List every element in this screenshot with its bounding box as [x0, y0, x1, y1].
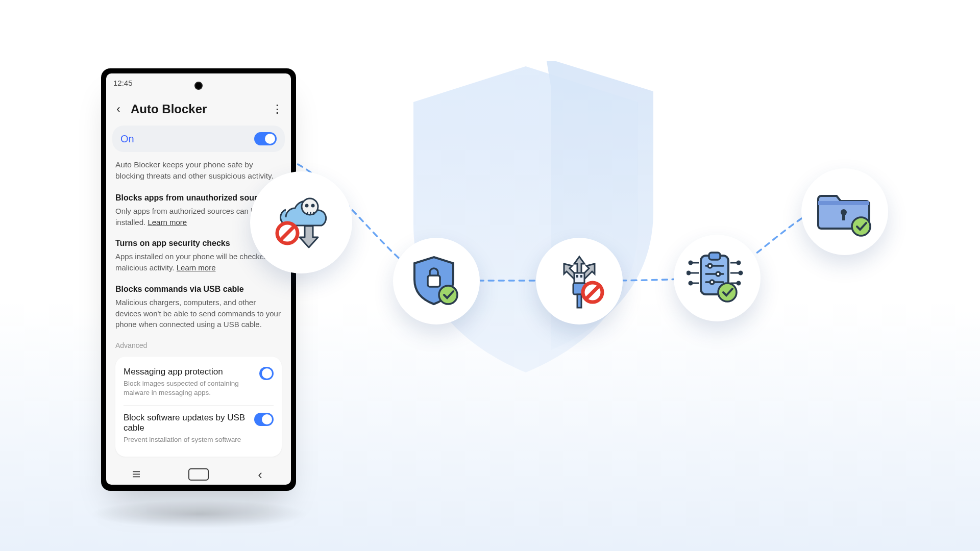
page-title: Auto Blocker — [131, 102, 264, 116]
row-subtitle: Prevent installation of system software — [124, 435, 248, 444]
svg-rect-12 — [580, 275, 582, 278]
section-body: Malicious chargers, computers, and other… — [115, 297, 282, 330]
svg-point-31 — [718, 283, 737, 302]
svg-rect-8 — [428, 276, 440, 287]
malware-cloud-block-icon — [250, 171, 352, 273]
svg-rect-32 — [818, 201, 869, 205]
nav-recent-apps[interactable] — [127, 468, 147, 481]
svg-point-20 — [737, 261, 740, 264]
row-title: Messaging app protection — [124, 367, 253, 377]
svg-point-30 — [710, 280, 714, 284]
system-nav-bar — [106, 464, 291, 485]
advanced-subheader: Advanced — [115, 341, 282, 349]
messaging-toggle-switch[interactable] — [259, 367, 274, 380]
main-toggle-label: On — [120, 133, 134, 145]
main-toggle-switch[interactable] — [254, 132, 277, 145]
row-messaging-protection[interactable]: Messaging app protection Block images su… — [124, 364, 274, 405]
svg-point-28 — [716, 272, 720, 276]
learn-more-link[interactable]: Learn more — [177, 263, 216, 272]
status-time: 12:45 — [113, 79, 133, 87]
shield-lock-check-icon — [393, 238, 480, 324]
row-block-usb-updates[interactable]: Block software updates by USB cable Prev… — [124, 405, 274, 452]
nav-back[interactable] — [250, 468, 271, 481]
svg-point-19 — [689, 282, 692, 285]
phone-screen: 12:45 ‹ Auto Blocker ⋮ On Auto Blocker k… — [106, 73, 291, 485]
usb-updates-toggle-switch[interactable] — [254, 413, 274, 426]
section-usb-commands: Blocks commands via USB cable Malicious … — [115, 285, 282, 330]
svg-point-22 — [737, 282, 740, 285]
usb-block-icon — [536, 238, 623, 324]
svg-rect-4 — [310, 212, 311, 215]
svg-rect-10 — [574, 273, 584, 283]
learn-more-link[interactable]: Learn more — [148, 218, 187, 227]
phone-frame: 12:45 ‹ Auto Blocker ⋮ On Auto Blocker k… — [101, 68, 296, 491]
row-subtitle: Block images suspected of containing mal… — [124, 379, 253, 397]
folder-lock-check-icon — [801, 168, 888, 255]
svg-rect-24 — [709, 253, 720, 260]
front-camera — [194, 82, 203, 90]
svg-point-9 — [439, 286, 457, 304]
section-body: Apps installed on your phone will be che… — [115, 251, 282, 273]
svg-rect-34 — [842, 213, 845, 220]
svg-point-26 — [708, 264, 712, 268]
svg-point-17 — [689, 261, 692, 264]
advanced-card: Messaging app protection Block images su… — [115, 357, 282, 457]
svg-point-2 — [311, 204, 315, 208]
svg-point-35 — [852, 217, 870, 236]
clipboard-check-icon — [674, 235, 761, 321]
nav-home[interactable] — [188, 468, 209, 481]
phone-shadow — [89, 500, 309, 528]
svg-rect-5 — [313, 212, 314, 215]
more-options-button[interactable]: ⋮ — [270, 102, 284, 116]
svg-rect-3 — [307, 212, 308, 215]
svg-rect-11 — [576, 275, 578, 278]
background-shield — [393, 61, 658, 378]
svg-point-21 — [739, 271, 742, 274]
row-title: Block software updates by USB cable — [124, 413, 248, 433]
svg-point-18 — [687, 271, 690, 274]
back-button[interactable]: ‹ — [111, 102, 126, 116]
main-toggle-row[interactable]: On — [112, 126, 285, 152]
svg-rect-14 — [577, 294, 581, 308]
feature-description: Auto Blocker keeps your phone safe by bl… — [115, 159, 282, 182]
svg-point-1 — [305, 204, 309, 208]
section-title: Blocks commands via USB cable — [115, 285, 282, 294]
app-bar: ‹ Auto Blocker ⋮ — [106, 92, 291, 126]
